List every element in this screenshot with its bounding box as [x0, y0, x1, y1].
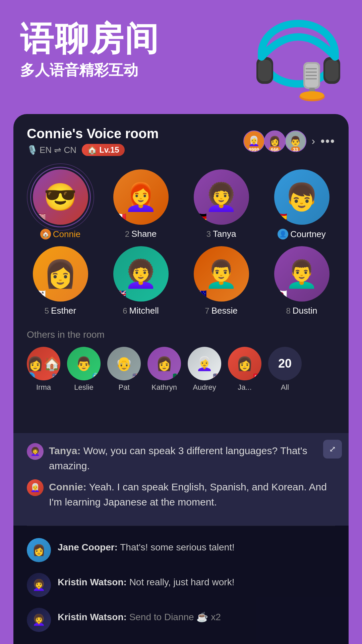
speaker-slot-tanya[interactable]: 👩‍🦱 🇩🇪 3 Tanya: [184, 169, 258, 239]
speaker-name-mitchell: 6 Mitchell: [123, 306, 159, 316]
mic-icon: 🎙️: [27, 145, 38, 155]
other-flag-leslie: 🌍: [92, 372, 101, 380]
speaker-name-text-dustin: Dustin: [293, 306, 317, 316]
speaker-avatar-wrap-mitchell: 👩‍🦱 🇬🇧: [113, 246, 169, 302]
chat-list-avatar-jane: 👩: [27, 538, 51, 562]
chat-text-tanya: Tanya: Wow, you can speak 3 different la…: [49, 443, 335, 473]
headphone-illustration: [251, 10, 345, 104]
other-person-audrey[interactable]: 👩‍🦳 🇺🇸 Audrey: [188, 347, 221, 392]
viewer-count-2: 666: [269, 147, 281, 152]
expand-chat-button[interactable]: ⤢: [323, 440, 342, 459]
speaker-avatar-shane: 👩‍🦰 🇫🇷: [113, 169, 169, 225]
speaker-avatar-wrap-dustin: 👨‍🦱 🇯🇵: [274, 246, 329, 302]
main-card: Connie's Voice room 🎙️ EN ⇌ CN 🏠 Lv.15 👩…: [13, 114, 349, 644]
expand-viewers-button[interactable]: ›: [312, 135, 315, 147]
other-flag-irma: 🇺🇸: [52, 372, 60, 380]
speaker-slot-dustin[interactable]: 👨‍🦱 🇯🇵 8 Dustin: [265, 246, 339, 316]
other-person-all[interactable]: 20 All: [268, 347, 302, 392]
other-flag-kathryn: 🇩🇿: [173, 372, 181, 380]
viewer-avatar-1[interactable]: 👩‍🦳 9999: [243, 130, 265, 152]
svg-rect-4: [325, 60, 339, 81]
chat-text-connie: Connie: Yeah. I can speak English, Spani…: [49, 479, 335, 509]
other-flag-audrey: 🇺🇸: [213, 372, 221, 380]
other-person-pat[interactable]: 👴 🇺🇸 Pat: [107, 347, 141, 392]
viewer-avatar-3[interactable]: 👨 33: [285, 130, 306, 152]
chat-avatar-tanya: 👩‍🦱: [27, 443, 44, 460]
speaker-name-tanya: 3 Tanya: [206, 229, 236, 239]
speaker-avatar-wrap-esther: 👩 🇰🇷: [33, 246, 88, 302]
other-avatar-irma: 👩‍🏠 🇺🇸 👤: [27, 347, 60, 380]
speaker-rank-shane: 2: [125, 229, 129, 239]
person-badge-courtney: 👤: [278, 229, 288, 239]
speaker-name-shane: 2 Shane: [125, 229, 157, 239]
speaker-rank-esther: 5: [45, 306, 49, 316]
svg-rect-2: [258, 60, 272, 81]
speaker-slot-shane[interactable]: 👩‍🦰 🇫🇷 2 Shane: [104, 169, 178, 239]
flag-badge-dustin: 🇯🇵: [276, 288, 288, 300]
speaker-name-text-tanya: Tanya: [213, 229, 236, 239]
chat-list-avatar-kristin2: 👩‍🦱: [27, 608, 51, 632]
other-name-audrey: Audrey: [193, 383, 216, 392]
other-person-leslie[interactable]: 👨 🌍 Leslie: [67, 347, 101, 392]
speaker-rank-dustin: 8: [286, 306, 290, 316]
chat-bubble: ⤢ 👩‍🦱 Tanya: Wow, you can speak 3 differ…: [13, 433, 349, 526]
svg-point-13: [300, 91, 324, 99]
level-icon: 🏠: [87, 145, 97, 155]
other-name-pat: Pat: [118, 383, 129, 392]
speaker-name-text-esther: Esther: [51, 306, 76, 316]
speaker-slot-courtney[interactable]: 👦 🇪🇸 👤 Courtney: [265, 169, 339, 239]
room-level: 🏠 Lv.15: [82, 144, 125, 156]
flag-badge-mitchell: 🇬🇧: [115, 288, 127, 300]
other-name-leslie: Leslie: [74, 383, 93, 392]
viewer-avatar-2[interactable]: 👩 666: [264, 130, 286, 152]
speaker-avatar-wrap-connie: 😎 🇺🇸: [33, 169, 88, 225]
speaker-name-text-courtney: Courtney: [290, 229, 326, 239]
chat-body-connie: Yeah. I can speak English, Spanish, and …: [49, 481, 327, 507]
other-person-ja[interactable]: 👩 🇹🇷 Ja...: [228, 347, 261, 392]
chat-list-item-kristin1: 👩‍🦱 Kristin Watson: Not really, just har…: [27, 568, 335, 602]
speaker-slot-esther[interactable]: 👩 🇰🇷 5 Esther: [23, 246, 97, 316]
speaker-avatar-courtney: 👦 🇪🇸: [274, 169, 329, 225]
other-person-irma[interactable]: 👩‍🏠 🇺🇸 👤 Irma: [27, 347, 60, 392]
flag-badge-connie: 🇺🇸: [34, 211, 46, 223]
more-options-button[interactable]: •••: [320, 134, 335, 148]
speaker-avatar-wrap-shane: 👩‍🦰 🇫🇷: [113, 169, 169, 225]
speaker-slot-connie[interactable]: 😎 🇺🇸 🏠 Connie: [23, 169, 97, 239]
viewer-count-1: 9999: [247, 147, 261, 152]
speaker-name-dustin: 8 Dustin: [286, 306, 317, 316]
room-viewers: 👩‍🦳 9999 👩 666 👨 33: [243, 130, 306, 152]
speaker-avatar-connie: 😎 🇺🇸: [33, 169, 88, 225]
chat-overlay: ⤢ 👩‍🦱 Tanya: Wow, you can speak 3 differ…: [13, 433, 349, 644]
speaker-avatar-tanya: 👩‍🦱 🇩🇪: [194, 169, 249, 225]
chat-message-connie: 👩‍🦳 Connie: Yeah. I can speak English, S…: [27, 479, 335, 509]
other-name-ja: Ja...: [238, 383, 252, 392]
other-avatar-ja: 👩 🇹🇷: [228, 347, 261, 380]
speaker-avatar-esther: 👩 🇰🇷: [33, 246, 88, 302]
other-name-irma: Irma: [36, 383, 51, 392]
other-person-kathryn[interactable]: 👩 🇩🇿 Kathryn: [147, 347, 181, 392]
speaker-avatar-wrap-courtney: 👦 🇪🇸: [274, 169, 329, 225]
speaker-avatar-bessie: 👨‍🦱 🇦🇺: [194, 246, 249, 302]
chat-list-text-kristin2: Kristin Watson: Send to Dianne ☕ x2: [58, 608, 335, 624]
other-name-all: All: [281, 383, 289, 392]
chat-list-item-kristin2: 👩‍🦱 Kristin Watson: Send to Dianne ☕ x2: [27, 602, 335, 637]
other-avatar-audrey: 👩‍🦳 🇺🇸: [188, 347, 221, 380]
flag-badge-tanya: 🇩🇪: [195, 211, 207, 223]
chat-list-sender-kristin1: Kristin Watson:: [58, 577, 127, 587]
room-lang: 🎙️ EN ⇌ CN: [27, 145, 76, 155]
flag-badge-bessie: 🇦🇺: [195, 288, 207, 300]
other-flag-pat: 🇺🇸: [132, 372, 141, 380]
speakers-section: 😎 🇺🇸 🏠 Connie 👩‍🦰 🇫🇷: [13, 163, 349, 323]
speaker-slot-bessie[interactable]: 👨‍🦱 🇦🇺 7 Bessie: [184, 246, 258, 316]
speaker-slot-mitchell[interactable]: 👩‍🦱 🇬🇧 6 Mitchell: [104, 246, 178, 316]
all-count-bubble: 20: [268, 347, 302, 380]
chat-body-tanya: Wow, you can speak 3 different languages…: [49, 445, 307, 471]
other-avatar-pat: 👴 🇺🇸: [107, 347, 141, 380]
flag-badge-shane: 🇫🇷: [115, 211, 127, 223]
speaker-name-esther: 5 Esther: [45, 306, 76, 316]
flag-badge-esther: 🇰🇷: [34, 288, 46, 300]
speaker-rank-bessie: 7: [205, 306, 209, 316]
other-avatar-kathryn: 👩 🇩🇿: [147, 347, 181, 380]
chat-list-body-jane: That's! some serious talent!: [120, 542, 235, 552]
speaker-name-text-shane: Shane: [131, 229, 157, 239]
